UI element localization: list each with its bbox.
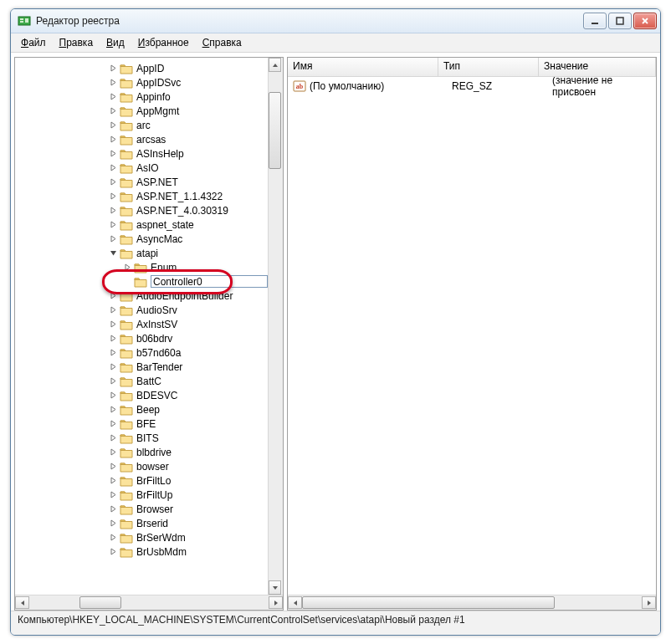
tree-item[interactable]: BrFiltUp — [15, 488, 268, 502]
expand-icon[interactable] — [108, 334, 118, 344]
tree-item[interactable]: BarTender — [15, 360, 268, 374]
list-view[interactable]: ab (По умолчанию) REG_SZ (значение не пр… — [288, 77, 656, 595]
expand-icon[interactable] — [108, 92, 118, 102]
tree-item[interactable]: ASP.NET_4.0.30319 — [15, 203, 268, 217]
tree-item[interactable]: BrSerWdm — [15, 530, 268, 544]
folder-icon — [120, 105, 133, 117]
close-button[interactable] — [633, 13, 657, 29]
tree-item[interactable]: Appinfo — [15, 89, 268, 104]
tree-item[interactable]: arc — [15, 118, 268, 132]
folder-icon — [120, 475, 133, 487]
expand-icon[interactable] — [108, 519, 118, 529]
tree-item-label: AudioEndpointBuilder — [136, 290, 233, 302]
tree-item[interactable]: BFE — [15, 417, 268, 431]
tree-item[interactable]: AsyncMac — [15, 232, 268, 246]
scroll-up-button[interactable] — [269, 58, 281, 72]
expand-icon[interactable] — [108, 106, 118, 116]
tree-item-label: bowser — [136, 461, 169, 473]
tree-item[interactable]: ASP.NET — [15, 175, 268, 189]
expand-icon[interactable] — [108, 64, 118, 74]
expand-icon[interactable] — [122, 263, 132, 273]
expand-icon[interactable] — [108, 234, 118, 244]
expand-icon[interactable] — [108, 405, 118, 415]
tree-horizontal-scrollbar[interactable] — [15, 595, 283, 610]
expand-icon[interactable] — [108, 149, 118, 159]
tree-item[interactable]: b06bdrv — [15, 331, 268, 345]
maximize-button[interactable] — [608, 13, 632, 29]
scroll-left-button[interactable] — [288, 596, 302, 609]
tree-item[interactable]: BrFiltLo — [15, 473, 268, 488]
folder-icon — [120, 148, 133, 160]
tree-item[interactable]: AppMgmt — [15, 104, 268, 118]
expand-icon[interactable] — [108, 362, 118, 372]
expand-icon[interactable] — [108, 419, 118, 429]
tree-view[interactable]: AppIDAppIDSvcAppinfoAppMgmtarcarcsasASIn… — [15, 58, 268, 595]
menu-favorites[interactable]: Избранное — [131, 36, 196, 49]
scroll-right-button[interactable] — [269, 596, 283, 609]
tree-item-label: Brserid — [136, 518, 168, 529]
expand-icon[interactable] — [108, 291, 118, 301]
tree-item[interactable]: blbdrive — [15, 445, 268, 459]
tree-item[interactable]: Enum — [15, 260, 268, 274]
tree-item[interactable]: Browser — [15, 502, 268, 516]
scroll-left-button[interactable] — [15, 596, 29, 609]
tree-item[interactable]: BITS — [15, 431, 268, 445]
expand-icon[interactable] — [108, 462, 118, 472]
expand-icon[interactable] — [108, 533, 118, 543]
tree-item-label: BDESVC — [136, 390, 177, 401]
column-header-value[interactable]: Значение — [539, 58, 656, 76]
expand-icon[interactable] — [108, 192, 118, 202]
tree-item[interactable]: AudioSrv — [15, 303, 268, 317]
expand-icon[interactable] — [108, 476, 118, 486]
expand-icon[interactable] — [108, 547, 118, 557]
scroll-down-button[interactable] — [269, 580, 281, 595]
tree-item[interactable]: AsIO — [15, 161, 268, 175]
menu-view[interactable]: Вид — [100, 36, 131, 49]
tree-item[interactable]: AxInstSV — [15, 317, 268, 331]
tree-item[interactable]: ASInsHelp — [15, 146, 268, 161]
tree-item[interactable]: atapi — [15, 246, 268, 260]
menu-help[interactable]: Справка — [196, 36, 248, 49]
menu-edit[interactable]: Правка — [53, 36, 100, 49]
menu-file[interactable]: Файл — [14, 36, 53, 49]
tree-item[interactable]: aspnet_state — [15, 217, 268, 232]
expand-icon[interactable] — [108, 504, 118, 514]
tree-item[interactable]: Beep — [15, 402, 268, 417]
tree-vertical-scrollbar[interactable] — [268, 58, 283, 595]
expand-icon[interactable] — [108, 391, 118, 401]
expand-icon[interactable] — [108, 433, 118, 443]
expand-icon[interactable] — [108, 348, 118, 358]
expand-icon[interactable] — [108, 78, 118, 88]
tree-item[interactable]: b57nd60a — [15, 345, 268, 360]
expand-icon[interactable] — [108, 305, 118, 315]
tree-item[interactable]: AudioEndpointBuilder — [15, 289, 268, 303]
column-header-name[interactable]: Имя — [288, 58, 438, 76]
expand-icon[interactable] — [108, 319, 118, 330]
expand-icon[interactable] — [108, 120, 118, 130]
expand-icon[interactable] — [108, 135, 118, 145]
list-horizontal-scrollbar[interactable] — [288, 595, 656, 610]
expand-icon[interactable] — [108, 490, 118, 500]
tree-item[interactable]: BrUsbMdm — [15, 544, 268, 559]
tree-item[interactable] — [15, 274, 268, 289]
expand-icon[interactable] — [108, 447, 118, 457]
expand-icon[interactable] — [108, 206, 118, 216]
column-header-type[interactable]: Тип — [438, 58, 539, 76]
tree-item[interactable]: arcsas — [15, 132, 268, 146]
expand-icon[interactable] — [108, 376, 118, 386]
expand-icon[interactable] — [108, 163, 118, 173]
expand-icon[interactable] — [108, 177, 118, 187]
collapse-icon[interactable] — [108, 248, 118, 258]
tree-item[interactable]: BattC — [15, 374, 268, 388]
tree-item[interactable]: AppIDSvc — [15, 75, 268, 89]
tree-item[interactable]: ASP.NET_1.1.4322 — [15, 189, 268, 203]
scroll-right-button[interactable] — [642, 596, 656, 609]
tree-item[interactable]: AppID — [15, 61, 268, 75]
tree-item[interactable]: Brserid — [15, 516, 268, 530]
minimize-button[interactable] — [583, 13, 607, 29]
tree-rename-input[interactable] — [151, 275, 268, 288]
list-item[interactable]: ab (По умолчанию) REG_SZ (значение не пр… — [288, 79, 656, 94]
tree-item[interactable]: bowser — [15, 459, 268, 473]
tree-item[interactable]: BDESVC — [15, 388, 268, 402]
expand-icon[interactable] — [108, 220, 118, 230]
